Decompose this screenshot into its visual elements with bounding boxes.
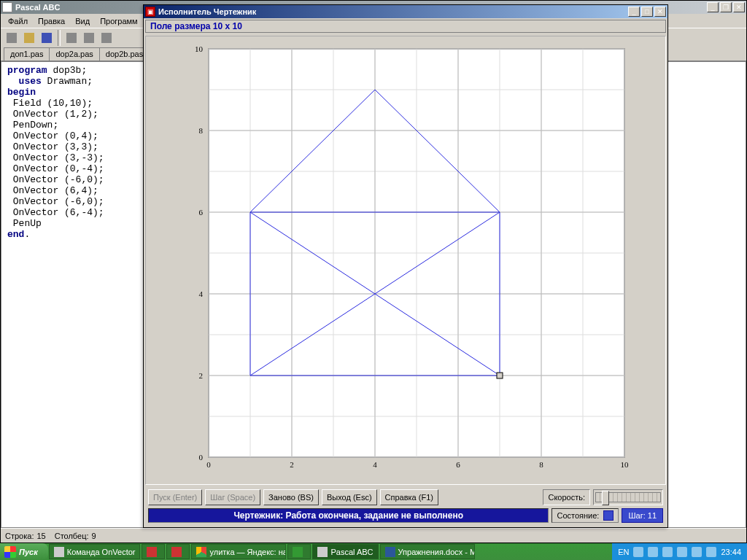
task-item[interactable]: улитка — Яндекс: на... — [191, 544, 286, 559]
task-item[interactable]: Упражнения.docx - M... — [380, 544, 475, 559]
svg-text:8: 8 — [199, 126, 204, 135]
tray-icon[interactable] — [677, 547, 687, 557]
taskbar: Пуск Команда OnVector улитка — Яндекс: н… — [0, 543, 747, 560]
tool-cut-icon[interactable] — [63, 30, 80, 46]
state-indicator-icon — [603, 510, 614, 521]
tray-icon[interactable] — [633, 547, 643, 557]
exit-button[interactable]: Выход (Esc) — [322, 489, 377, 505]
menu-view[interactable]: Вид — [71, 15, 94, 27]
step-button[interactable]: Шаг (Space) — [205, 489, 260, 505]
speed-label: Скорость: — [548, 493, 585, 502]
drawman-subtitle: Поле размера 10 x 10 — [145, 20, 666, 33]
status-line-label: Строка: — [5, 532, 34, 540]
status-col: 9 — [92, 532, 96, 540]
task-item[interactable] — [166, 544, 190, 559]
drawman-button-row: Пуск (Enter) Шаг (Space) Заново (BS) Вых… — [144, 486, 667, 508]
maximize-button[interactable]: ❐ — [720, 2, 732, 12]
tab-1[interactable]: dop2a.pas — [49, 47, 99, 61]
clock[interactable]: 23:44 — [721, 548, 741, 556]
svg-text:2: 2 — [290, 460, 294, 469]
start-label: Пуск — [19, 548, 38, 556]
status-line: 15 — [36, 532, 45, 540]
dm-maximize-button[interactable]: □ — [641, 7, 653, 17]
close-button[interactable]: ✕ — [733, 2, 745, 12]
ide-statusbar: Строка: 15 Столбец: 9 — [1, 528, 746, 542]
status-col-label: Столбец: — [55, 532, 89, 540]
tab-2[interactable]: dop2b.pas — [99, 47, 150, 61]
app-icon — [293, 547, 303, 557]
svg-text:8: 8 — [539, 460, 543, 469]
tool-open-icon[interactable] — [21, 30, 37, 46]
speed-slider-panel — [593, 489, 663, 505]
svg-rect-47 — [497, 373, 503, 378]
state-label: Состояние: — [557, 511, 599, 520]
tray-icon[interactable] — [662, 547, 673, 557]
drawman-titlebar[interactable]: ▣ Исполнитель Чертежник _ □ ✕ — [144, 5, 667, 18]
drawman-plot: 02468100246810 — [158, 42, 654, 479]
menu-file[interactable]: Файл — [4, 15, 32, 27]
task-item[interactable] — [142, 544, 165, 559]
dm-close-button[interactable]: ✕ — [654, 7, 666, 17]
svg-text:6: 6 — [456, 460, 460, 469]
app-icon — [147, 547, 157, 557]
drawman-status-msg: Чертежник: Работа окончена, задание не в… — [148, 508, 549, 523]
reset-button[interactable]: Заново (BS) — [263, 489, 319, 505]
drawman-title: Исполнитель Чертежник — [158, 7, 628, 16]
speed-slider[interactable] — [595, 492, 661, 502]
step-badge: Шаг: 11 — [622, 508, 663, 523]
word-icon — [385, 547, 395, 557]
tool-save-icon[interactable] — [39, 30, 55, 46]
drawman-canvas-area: 02468100246810 — [145, 36, 666, 485]
dm-minimize-button[interactable]: _ — [628, 7, 640, 17]
folder-icon — [54, 547, 64, 557]
tab-0[interactable]: доп1.pas — [4, 47, 50, 61]
svg-text:10: 10 — [195, 44, 204, 53]
menu-edit[interactable]: Правка — [34, 15, 69, 27]
svg-text:0: 0 — [206, 460, 211, 469]
task-item[interactable] — [287, 544, 311, 559]
svg-text:2: 2 — [199, 371, 204, 380]
tool-copy-icon[interactable] — [81, 30, 97, 46]
svg-text:4: 4 — [199, 289, 204, 298]
pascal-icon — [317, 547, 328, 557]
speed-panel: Скорость: — [543, 489, 590, 505]
menu-program[interactable]: Программ — [96, 15, 142, 27]
chrome-icon — [196, 547, 206, 557]
svg-text:4: 4 — [373, 460, 377, 469]
tool-new-icon[interactable] — [4, 30, 20, 46]
tray-icon[interactable] — [648, 547, 658, 557]
svg-text:6: 6 — [199, 208, 204, 217]
drawman-status-row: Чертежник: Работа окончена, задание не в… — [144, 508, 667, 527]
drawman-window: ▣ Исполнитель Чертежник _ □ ✕ Поле разме… — [143, 4, 668, 528]
app-icon — [2, 2, 12, 12]
task-item-active[interactable]: Pascal ABC — [312, 544, 378, 559]
task-item[interactable]: Команда OnVector — [49, 544, 141, 559]
tray-icon[interactable] — [692, 547, 702, 557]
help-button[interactable]: Справка (F1) — [380, 489, 438, 505]
start-button[interactable]: Пуск — [0, 543, 48, 560]
windows-logo-icon — [4, 546, 16, 558]
drawman-icon: ▣ — [145, 7, 155, 17]
state-panel: Состояние: — [551, 508, 619, 523]
app-icon — [171, 547, 182, 557]
run-button[interactable]: Пуск (Enter) — [148, 489, 202, 505]
system-tray: EN 23:44 — [612, 543, 747, 560]
tray-icon[interactable] — [706, 547, 716, 557]
language-indicator[interactable]: EN — [618, 548, 629, 556]
tool-paste-icon[interactable] — [98, 30, 115, 46]
minimize-button[interactable]: _ — [707, 2, 719, 12]
svg-text:10: 10 — [621, 460, 630, 469]
svg-text:0: 0 — [199, 453, 204, 462]
